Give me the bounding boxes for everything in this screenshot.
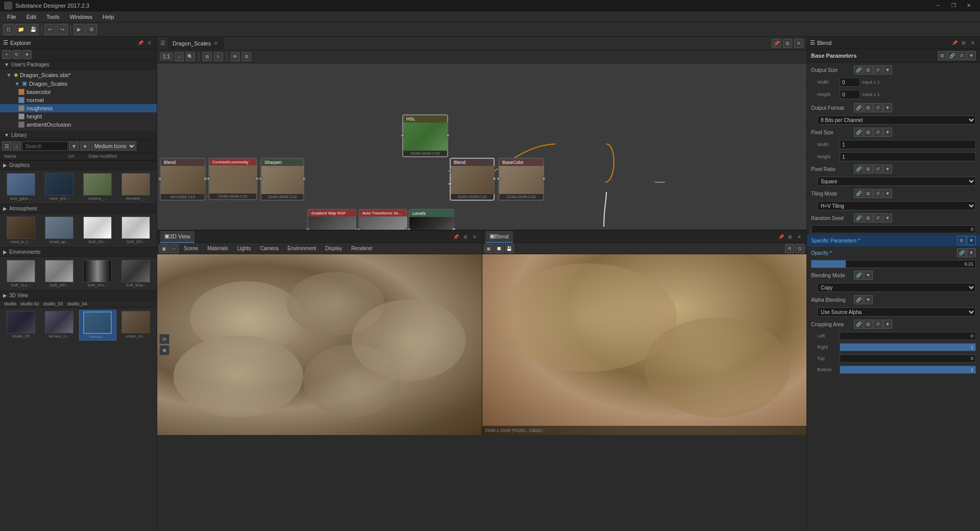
thumb-studio05[interactable]: studio_05 <box>2 310 39 341</box>
cropping-area-link[interactable]: 🔗 <box>854 320 863 329</box>
graph-tab[interactable]: Dragon_Scales ✕ <box>167 37 224 50</box>
random-seed-expand[interactable]: ⊞ <box>864 213 873 223</box>
cropping-area-reset[interactable]: ↺ <box>873 320 883 329</box>
pixel-ratio-link[interactable]: 🔗 <box>854 164 863 174</box>
lib-envs[interactable]: ▶ Environments <box>0 247 157 257</box>
search-input[interactable] <box>22 141 68 151</box>
lib-3dview[interactable]: ▶ 3D View <box>0 291 157 300</box>
blend-tb1[interactable]: ▣ <box>484 244 494 253</box>
specific-params-header[interactable]: Specific Parameters * ⊞ ▼ <box>807 234 980 247</box>
node-levels-port-in[interactable] <box>407 228 411 230</box>
thumb-soft2ri[interactable]: Soft_2Ri... <box>40 259 78 288</box>
studio02-label[interactable]: studio 02 <box>20 301 39 306</box>
tiling-mode-link[interactable]: 🔗 <box>854 189 863 198</box>
explorer-close[interactable]: ✕ <box>145 39 154 47</box>
menu-help[interactable]: Help <box>97 11 119 22</box>
thumb-corsica[interactable]: corsica_... <box>79 172 116 202</box>
nav-orbit[interactable]: ⟳ <box>159 334 169 344</box>
explorer-filter[interactable]: ▼ <box>22 50 32 59</box>
project-item[interactable]: ▼ ◆ Dragon_Scales.sbs* <box>0 70 157 79</box>
blending-mode-link[interactable]: 🔗 <box>854 271 863 280</box>
cropping-area-down[interactable]: ▼ <box>883 320 892 329</box>
thumb-soft4tu[interactable]: Soft_4Tu... <box>79 259 116 288</box>
menu-windows[interactable]: Windows <box>64 11 97 22</box>
lib-filter-btn[interactable]: ▼ <box>69 141 79 151</box>
thumb-terrace[interactable]: terrace_n... <box>40 310 78 341</box>
base-params-expand[interactable]: ⊞ <box>938 51 947 60</box>
graph-tb-settings2[interactable]: ⚙ <box>242 52 251 61</box>
output-format-reset[interactable]: ↺ <box>873 103 883 112</box>
node-sharpen-port-in[interactable] <box>259 177 263 181</box>
random-seed-slider[interactable]: 0 <box>811 225 976 233</box>
output-size-reset-btn[interactable]: ↺ <box>873 65 883 75</box>
output-format-link[interactable]: 🔗 <box>854 103 863 112</box>
graph-item[interactable]: ▼ ▣ Dragon_Scales <box>0 79 157 88</box>
maximize-button[interactable]: ❐ <box>946 0 961 11</box>
node-sharpen-port-out[interactable] <box>302 177 306 181</box>
output-normal[interactable]: normal <box>0 96 157 104</box>
pixel-ratio-reset[interactable]: ↺ <box>873 164 883 174</box>
studio04-label[interactable]: studio_04 <box>67 301 87 306</box>
props-pin[interactable]: 📌 <box>950 39 959 47</box>
output-format-down[interactable]: ▼ <box>883 103 892 112</box>
node-contrast[interactable]: Contrast/Luminosity 2048×2048·C16 <box>208 158 257 200</box>
title-bar-controls[interactable]: ─ ❐ ✕ <box>931 0 976 11</box>
alpha-blending-down[interactable]: ▼ <box>864 295 873 304</box>
pixel-ratio-expand[interactable]: ⊞ <box>864 164 873 174</box>
view3d-menu-display[interactable]: Display <box>321 243 346 254</box>
graph-tb-view[interactable]: 👁 <box>231 52 240 61</box>
alpha-blending-link[interactable]: 🔗 <box>854 295 863 304</box>
node-gradient-port-in[interactable] <box>306 228 310 230</box>
output-ambient[interactable]: ambientOcclusion <box>0 120 157 129</box>
thumb-cave[interactable]: cave_ent... <box>40 172 78 202</box>
view3d-tab[interactable]: ▣ 3D View <box>160 231 194 243</box>
graph-pin[interactable]: 📌 <box>772 39 781 48</box>
view3d-menu-scene[interactable]: Scene <box>180 243 202 254</box>
output-format-expand[interactable]: ⊞ <box>864 103 873 112</box>
output-height-input[interactable] <box>840 90 860 99</box>
node-contrast-port-in[interactable] <box>207 177 211 181</box>
menu-file[interactable]: File <box>2 11 21 22</box>
studio03-label[interactable]: studio_03 <box>43 301 63 306</box>
view3d-tb2[interactable]: ↔ <box>169 244 179 253</box>
view3d-tb1[interactable]: ▣ <box>159 244 168 253</box>
thumb-soft5da[interactable]: Soft_5Da... <box>117 259 155 288</box>
props-close[interactable]: ✕ <box>969 39 977 47</box>
tiling-mode-down[interactable]: ▼ <box>883 189 892 198</box>
view3d-menu-camera[interactable]: Camera <box>256 243 283 254</box>
random-seed-link[interactable]: 🔗 <box>854 213 863 223</box>
crop-left-slider[interactable]: 0 <box>840 332 976 340</box>
pixel-size-down[interactable]: ▼ <box>883 128 892 137</box>
explorer-pin[interactable]: 📌 <box>136 39 144 47</box>
settings-button[interactable]: ⚙ <box>86 24 97 35</box>
new-button[interactable]: 🗋 <box>3 24 14 35</box>
tiling-mode-expand[interactable]: ⊞ <box>864 189 873 198</box>
graph-canvas[interactable]: Blend 48×2048·C16 Contrast/Luminosity 20… <box>157 63 806 230</box>
output-width-input[interactable] <box>840 78 860 87</box>
view3d-menu-env[interactable]: Environment <box>283 243 320 254</box>
node-hsl-port-out[interactable] <box>446 133 450 137</box>
thumb-tomoco[interactable]: tomoco... <box>79 310 116 341</box>
tiling-mode-select[interactable]: H+V Tiling No Tiling <box>817 201 976 210</box>
graph-close2[interactable]: ✕ <box>794 39 803 48</box>
cropping-area-expand[interactable]: ⊞ <box>864 320 873 329</box>
explorer-new[interactable]: + <box>2 50 11 59</box>
blend-tb3[interactable]: 💾 <box>505 244 514 253</box>
node-levels[interactable]: Levels 2048×2048·L16 <box>408 209 454 230</box>
redo-button[interactable]: ↪ <box>57 24 68 35</box>
menu-tools[interactable]: Tools <box>41 11 65 22</box>
props-expand[interactable]: ⊞ <box>960 39 968 47</box>
opacity-down[interactable]: ▼ <box>967 248 976 257</box>
view3d-close[interactable]: ✕ <box>471 233 479 241</box>
pixel-size-reset[interactable]: ↺ <box>873 128 883 137</box>
node-basecolor[interactable]: BaseColor 2048×2048·C16 <box>498 158 544 201</box>
close-button[interactable]: ✕ <box>962 0 976 11</box>
pixel-size-link[interactable]: 🔗 <box>854 128 863 137</box>
node-hsl-port-in[interactable] <box>401 133 405 137</box>
specific-expand[interactable]: ▼ <box>967 236 976 245</box>
specific-link[interactable]: ⊞ <box>957 236 966 245</box>
blend-view-pin[interactable]: 📌 <box>777 233 785 241</box>
lib-view-select[interactable]: Medium Icons Small Icons List <box>91 141 136 151</box>
blend-view-tab[interactable]: ▣ Blend <box>485 231 513 243</box>
output-height[interactable]: height <box>0 112 157 120</box>
